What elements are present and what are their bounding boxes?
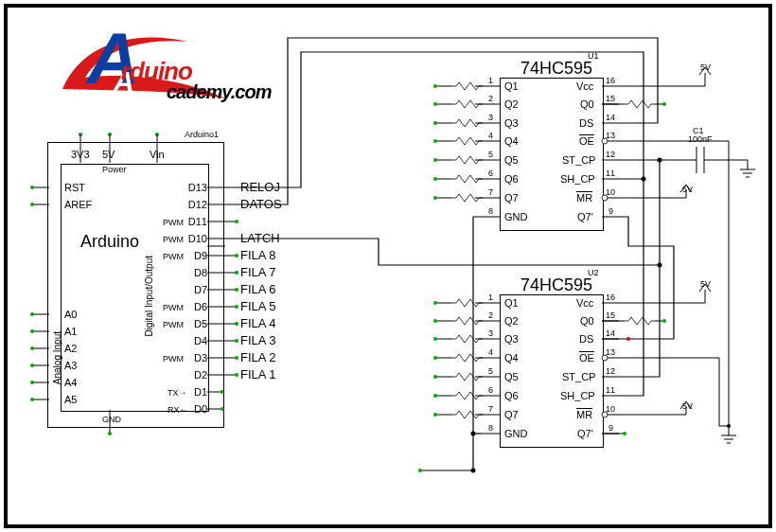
rx-d0: RX←: [168, 405, 188, 415]
pin-vin: Vin: [150, 149, 165, 160]
gnd-label: GND: [102, 415, 121, 424]
u2-lnum2: 2: [488, 310, 493, 320]
vcc-u1-mr: 5V: [682, 185, 693, 194]
u1-lnum7: 7: [488, 187, 493, 197]
net-fila3: FILA 3: [240, 333, 276, 347]
u1-l8: GND: [504, 211, 527, 222]
pin-a5: A5: [64, 394, 77, 405]
u2-l2: Q2: [504, 315, 519, 327]
u2-rnum14: 14: [606, 328, 615, 338]
u2-r5: ST_CP: [562, 371, 595, 382]
pin-a3: A3: [64, 360, 77, 371]
pwm-d6: PWM: [163, 303, 184, 312]
u2-lnum1: 1: [488, 293, 493, 302]
u2-rnum12: 12: [606, 366, 615, 376]
u2-l8: GND: [504, 428, 527, 439]
u2-lnum8: 8: [488, 423, 493, 433]
analog-section-label: Analog Input: [52, 331, 62, 384]
u1-l2: Q2: [504, 98, 519, 110]
u2-l1: Q1: [504, 297, 519, 309]
u1-l5: Q5: [504, 154, 519, 166]
u1-lnum5: 5: [488, 150, 493, 159]
net-fila6: FILA 6: [240, 282, 276, 296]
net-fila1: FILA 1: [240, 367, 276, 381]
u1-lnum8: 8: [488, 206, 493, 216]
u1-l4: Q4: [504, 135, 519, 147]
u2-r4: OE: [579, 352, 594, 364]
u2-rnum11: 11: [606, 385, 615, 395]
u1-r2: Q0: [580, 98, 594, 110]
pwm-d9: PWM: [163, 252, 184, 261]
u1-r4: OE: [579, 135, 594, 147]
u1-lnum6: 6: [488, 168, 493, 178]
pin-d4: D4: [179, 335, 207, 346]
pin-a4: A4: [64, 377, 77, 388]
u1-rnum10: 10: [606, 187, 615, 197]
u2-r2: Q0: [580, 315, 594, 327]
u1-rnum9: 9: [608, 206, 613, 216]
u1-r7: MR: [576, 192, 592, 204]
digital-section-label: Digital Input/Output: [144, 256, 154, 337]
u2-r1: Vcc: [576, 297, 593, 309]
u2-rnum9: 9: [608, 423, 613, 433]
pin-a2: A2: [64, 343, 77, 354]
net-fila7: FILA 7: [240, 265, 276, 279]
u2-r3: DS: [579, 333, 593, 345]
vcc-u2-vcc: 5V: [700, 279, 711, 289]
u1-rnum11: 11: [606, 168, 615, 178]
pwm-d10: PWM: [163, 235, 184, 244]
u1-rnum12: 12: [606, 150, 615, 159]
u2-lnum4: 4: [488, 347, 493, 357]
logo-word-bottom: cademy.com: [167, 81, 271, 103]
u2-l6: Q6: [504, 390, 519, 401]
pin-5v: 5V: [102, 149, 115, 160]
u1-l3: Q3: [504, 117, 519, 129]
power-label: Power: [102, 165, 127, 174]
vcc-u1-vcc: 5V: [700, 62, 711, 72]
u1-l7: Q7: [504, 192, 519, 204]
pin-d12: D12: [179, 199, 207, 210]
tx-d1: TX→: [168, 388, 187, 398]
schematic-frame: A A rduino cademy.com Arduino1 Arduino 3…: [0, 0, 776, 532]
u1-r6: SH_CP: [560, 173, 595, 185]
net-latch: LATCH: [240, 231, 280, 245]
pin-aref: AREF: [64, 199, 92, 210]
pwm-d5: PWM: [163, 320, 184, 329]
brand-logo: A A rduino cademy.com: [55, 21, 291, 106]
vcc-u2-mr: 5V: [682, 401, 693, 411]
u1-rnum13: 13: [606, 131, 615, 140]
u1-part: 74HC595: [520, 59, 592, 79]
pin-d13: D13: [179, 182, 207, 193]
u2-l7: Q7: [504, 409, 519, 420]
u1-lnum4: 4: [488, 131, 493, 140]
u2-lnum7: 7: [488, 404, 493, 414]
u2-l4: Q4: [504, 352, 519, 364]
u1-l6: Q6: [504, 173, 519, 185]
u2-l3: Q3: [504, 333, 519, 345]
net-fila8: FILA 8: [240, 248, 276, 262]
u1-lnum3: 3: [488, 113, 493, 122]
u1-rnum14: 14: [606, 113, 615, 122]
u2-lnum6: 6: [488, 385, 493, 395]
u2-rnum10: 10: [606, 404, 615, 414]
u2-r6: SH_CP: [560, 390, 595, 401]
u2-r8: Q7': [577, 428, 593, 439]
u1-r3: DS: [579, 117, 593, 129]
pin-a0: A0: [64, 309, 77, 320]
net-datos: DATOS: [240, 197, 282, 211]
u1-rnum16: 16: [606, 76, 615, 85]
net-reloj: RELOJ: [240, 180, 280, 194]
u2-lnum5: 5: [488, 366, 493, 376]
u2-rnum15: 15: [606, 310, 615, 320]
u2-rnum13: 13: [606, 347, 615, 357]
u1-r5: ST_CP: [562, 154, 595, 166]
u1-lnum2: 2: [488, 94, 493, 103]
u1-rnum15: 15: [606, 94, 615, 103]
pin-d8: D8: [179, 267, 207, 278]
pin-3v3: 3V3: [71, 149, 90, 160]
net-fila4: FILA 4: [240, 316, 276, 330]
u2-l5: Q5: [504, 371, 519, 382]
u1-lnum1: 1: [488, 76, 493, 85]
u2-lnum3: 3: [488, 328, 493, 338]
pin-d2: D2: [179, 369, 207, 381]
